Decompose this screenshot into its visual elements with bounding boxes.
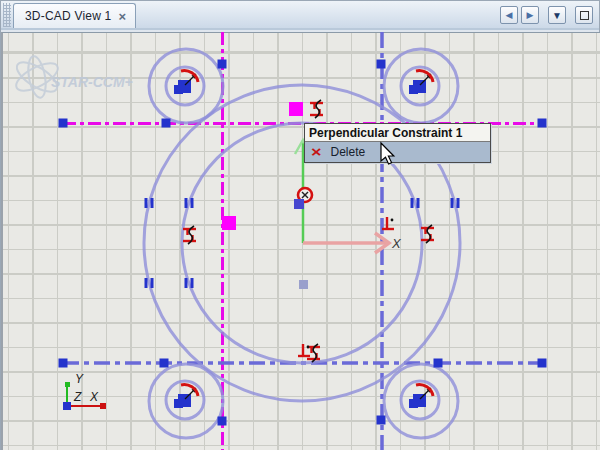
corner-hole-bottom-left[interactable] bbox=[149, 364, 223, 438]
cad-view-window: 3D-CAD View 1 × ◀ ▶ ▼ bbox=[0, 0, 600, 450]
triad-z-origin bbox=[63, 402, 71, 410]
axis-triad: Y Z X bbox=[63, 372, 106, 410]
menu-item-delete-label: Delete bbox=[331, 145, 366, 159]
triad-y-label: Y bbox=[75, 372, 84, 386]
center-reference-point[interactable] bbox=[299, 280, 308, 289]
selected-point-left[interactable] bbox=[222, 216, 236, 230]
x-axis-label: X bbox=[391, 236, 402, 251]
star-ccm-watermark: STAR-CCM+ bbox=[12, 55, 133, 99]
triad-x-tip bbox=[100, 403, 106, 409]
triad-y-tip bbox=[65, 382, 70, 387]
watermark-text: STAR-CCM+ bbox=[51, 74, 133, 90]
selected-point-top[interactable] bbox=[289, 102, 303, 116]
sketch-x-axis: X bbox=[303, 233, 402, 253]
corner-hole-bottom-right[interactable] bbox=[384, 364, 458, 438]
triad-x-label: X bbox=[89, 390, 99, 404]
corner-hole-top-right[interactable] bbox=[384, 49, 458, 123]
sketch-graphics: STAR-CCM+ bbox=[1, 1, 600, 450]
context-menu: Perpendicular Constraint 1 × Delete bbox=[304, 123, 491, 163]
corner-hole-top-left[interactable] bbox=[149, 49, 223, 123]
triad-z-label: Z bbox=[73, 390, 82, 404]
menu-item-delete[interactable]: × Delete bbox=[305, 142, 490, 162]
delete-x-icon: × bbox=[311, 144, 322, 159]
axis-anchor-point[interactable] bbox=[294, 199, 304, 209]
context-menu-title: Perpendicular Constraint 1 bbox=[305, 124, 490, 142]
